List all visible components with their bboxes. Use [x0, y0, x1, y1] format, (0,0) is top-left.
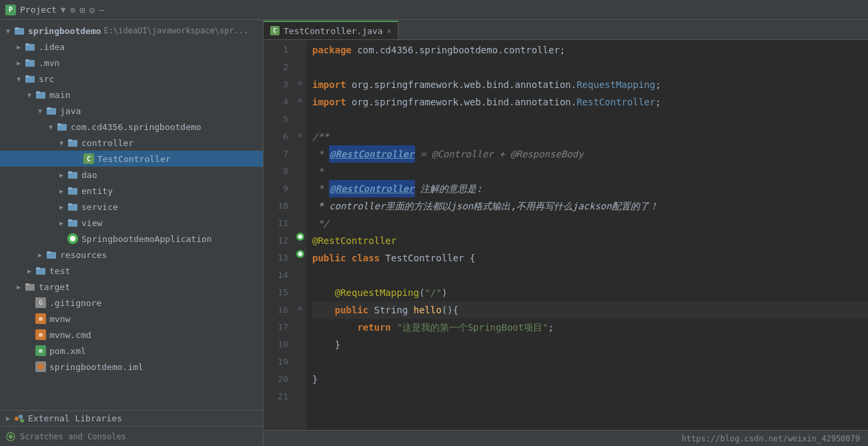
code-semi-4: ;	[655, 93, 661, 111]
gutter-17	[294, 317, 307, 335]
sidebar-item-view[interactable]: ▶ view	[0, 215, 263, 231]
tab-filename: TestController.java	[284, 26, 383, 36]
gitignore-icon: G	[35, 297, 47, 309]
idea-arrow: ▶	[13, 43, 24, 51]
mvn-arrow: ▶	[13, 59, 24, 67]
settings-icon[interactable]: ⚙	[89, 5, 95, 15]
sidebar-item-test[interactable]: ▶ test	[0, 263, 263, 279]
code-brace-18: }	[335, 336, 340, 353]
testcontroller-label: TestController	[97, 154, 171, 164]
code-indent-16	[312, 301, 335, 319]
svg-rect-9	[36, 91, 40, 93]
fold-6[interactable]: ⊖	[298, 127, 303, 144]
sidebar-item-controller[interactable]: ▼ controller	[0, 135, 263, 151]
service-folder-icon	[67, 201, 79, 213]
gutter-19	[294, 352, 307, 369]
title-bar: P Project ▼ ⊕ ⊞ ⚙ −	[0, 0, 868, 20]
minimize-icon[interactable]: −	[99, 5, 104, 15]
code-brace-20: }	[312, 371, 318, 388]
code-indent-18	[312, 336, 335, 353]
sidebar-item-iml[interactable]: springbootdemo.iml	[0, 359, 263, 375]
fold-4[interactable]: ⊖	[298, 92, 303, 109]
gutter-7	[294, 144, 307, 161]
code-kw-13a: public	[312, 249, 352, 267]
sidebar-item-pomxml[interactable]: m pom.xml	[0, 343, 263, 359]
gutter-6: ⊖	[294, 127, 307, 144]
controller-label: controller	[81, 138, 133, 148]
code-line-10: * controller里面的方法都以json格式输出,不用再写什么jackso…	[312, 197, 868, 215]
sidebar-item-dao[interactable]: ▶ dao	[0, 167, 263, 183]
tree-root[interactable]: ▼ springbootdemo E:\ideaUI\javaworkspace…	[0, 23, 263, 39]
code-line-6: /**	[312, 128, 868, 145]
ln-9: 9	[264, 180, 288, 197]
svg-point-31	[19, 415, 23, 419]
code-cls-13: TestController	[386, 249, 470, 267]
ln-21: 21	[264, 388, 288, 405]
line-numbers: 1 2 3 4 5 6 7 8 9 10 11 12 13 14 15 16 1…	[264, 40, 294, 430]
gutter-20	[294, 369, 307, 387]
entity-label: entity	[81, 186, 113, 196]
test-arrow: ▶	[24, 267, 35, 275]
sidebar-item-idea[interactable]: ▶ .idea	[0, 39, 263, 55]
ln-19: 19	[264, 353, 288, 371]
gutter-15	[294, 283, 307, 300]
sidebar-item-target[interactable]: ▶ target	[0, 279, 263, 295]
code-kw-17: return	[357, 319, 396, 336]
sidebar-item-testcontroller[interactable]: C TestController	[0, 151, 263, 167]
mvn-label: .mvn	[39, 58, 59, 68]
sidebar-item-external-libs[interactable]: ▶ External Libraries	[0, 410, 263, 426]
sidebar-item-resources[interactable]: ▶ resources	[0, 247, 263, 263]
sidebar-item-java[interactable]: ▼ java	[0, 103, 263, 119]
sidebar-item-mvnw[interactable]: m mvnw	[0, 311, 263, 327]
code-kw-16a: public	[335, 301, 374, 319]
iml-label: springbootdemo.iml	[49, 362, 143, 372]
code-string-17: "这是我的第一个SpringBoot项目"	[396, 319, 548, 336]
tab-close-button[interactable]: ✕	[387, 27, 392, 35]
ln-8: 8	[264, 163, 288, 180]
java-arrow: ▼	[35, 107, 45, 115]
code-line-2	[312, 59, 868, 76]
view-folder-icon	[67, 217, 79, 229]
sidebar-item-src[interactable]: ▼ src	[0, 71, 263, 87]
ln-15: 15	[264, 284, 288, 301]
sidebar-item-springbootapp[interactable]: SpringbootdemoApplication	[0, 231, 263, 247]
svg-rect-15	[68, 139, 72, 141]
springboot-gutter-13	[296, 248, 305, 265]
ln-11: 11	[264, 215, 288, 232]
layout-icon[interactable]: ⊞	[79, 5, 85, 15]
ln-14: 14	[264, 267, 288, 284]
scratches-label: Scratches and Consoles	[20, 432, 126, 441]
sidebar-item-gitignore[interactable]: G .gitignore	[0, 295, 263, 311]
dropdown-icon[interactable]: ▼	[61, 5, 66, 15]
fold-16[interactable]: ⊖	[298, 300, 303, 317]
fold-3[interactable]: ⊖	[298, 75, 303, 92]
entity-arrow: ▶	[56, 187, 67, 195]
code-kw-13b: class	[352, 249, 386, 267]
external-libs-label: External Libraries	[28, 413, 122, 423]
sidebar-item-service[interactable]: ▶ service	[0, 199, 263, 215]
gutter-10	[294, 196, 307, 213]
sidebar-item-main[interactable]: ▼ main	[0, 87, 263, 103]
code-method-16: hello	[414, 301, 442, 319]
view-label: view	[81, 218, 102, 228]
code-line-8: *	[312, 163, 868, 180]
code-import-4: import	[312, 93, 352, 111]
code-editor[interactable]: 1 2 3 4 5 6 7 8 9 10 11 12 13 14 15 16 1…	[264, 40, 868, 430]
tab-testcontroller[interactable]: C TestController.java ✕	[264, 21, 398, 39]
code-paren-15a: (	[419, 284, 424, 301]
code-comment-10: * controller里面的方法都以json格式输出,不用再写什么jackso…	[312, 197, 659, 215]
ln-13: 13	[264, 249, 288, 267]
ln-10: 10	[264, 197, 288, 215]
sidebar-item-entity[interactable]: ▶ entity	[0, 183, 263, 199]
code-cls-4: RestController	[576, 93, 655, 111]
sidebar-item-mvn[interactable]: ▶ .mvn	[0, 55, 263, 71]
resources-label: resources	[60, 250, 107, 260]
code-content[interactable]: package com.cd4356.springbootdemo.contro…	[307, 40, 868, 430]
code-line-9: * @RestController 注解的意思是:	[312, 180, 868, 197]
svg-point-30	[15, 417, 19, 421]
idea-folder-icon	[24, 41, 36, 53]
sidebar-item-com[interactable]: ▼ com.cd4356.springbootdemo	[0, 119, 263, 135]
add-icon[interactable]: ⊕	[70, 5, 75, 15]
sidebar-item-mvnwcmd[interactable]: m mvnw.cmd	[0, 327, 263, 343]
svg-point-36	[298, 235, 302, 239]
